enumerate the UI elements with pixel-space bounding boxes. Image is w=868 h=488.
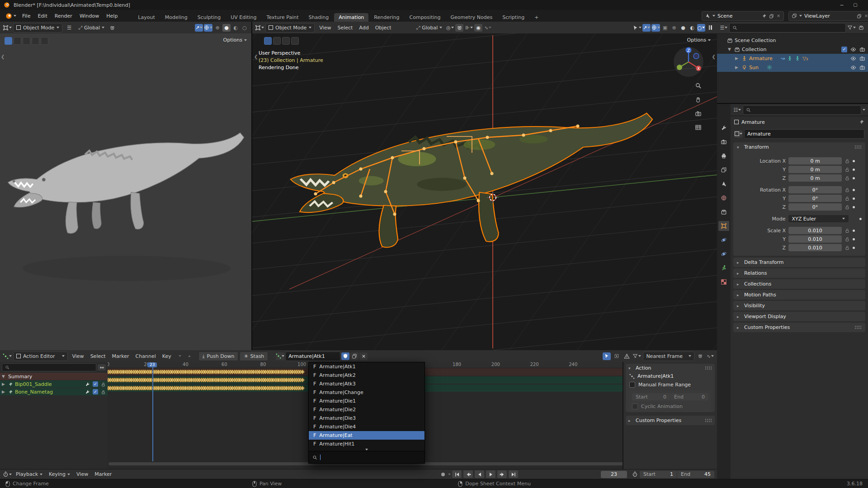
workspace-tab-scripting[interactable]: Scripting <box>498 13 529 22</box>
cyclic-animation-checkbox[interactable]: Cyclic Animation <box>632 404 708 409</box>
value-field-z[interactable]: 0 m <box>788 174 842 182</box>
new-collection-button[interactable] <box>857 24 865 32</box>
dope-menu-channel[interactable]: Channel <box>132 352 159 360</box>
tool-rotate[interactable] <box>291 37 299 45</box>
panel-grip[interactable] <box>854 145 862 149</box>
pin-icon[interactable] <box>762 14 767 19</box>
snap-magnet-icon[interactable] <box>455 24 463 32</box>
play-button[interactable] <box>486 470 496 479</box>
channel-summary[interactable]: ▼Summary <box>0 373 108 380</box>
workspace-tab-animation[interactable]: Animation <box>334 13 368 22</box>
expander-icon[interactable]: ▼ <box>2 374 6 379</box>
disable-render-camera-toggle[interactable] <box>859 47 865 52</box>
tool-cursor[interactable] <box>273 37 281 45</box>
properties-tab-tool[interactable] <box>718 123 729 133</box>
animate-dot[interactable] <box>853 197 855 200</box>
push-down-button[interactable]: ⤓Push Down <box>198 352 239 361</box>
transform-orientation[interactable]: ⤢Global <box>76 25 107 31</box>
panel-header-relations[interactable]: ▸Relations <box>733 268 865 278</box>
shading-material-button[interactable]: ◐ <box>688 24 696 32</box>
animate-dot[interactable] <box>853 160 855 162</box>
properties-tab-constraints[interactable] <box>718 249 729 259</box>
snap-magnet-icon[interactable] <box>108 24 116 32</box>
timeline-menu-view[interactable]: View <box>73 470 91 478</box>
copy-icon[interactable] <box>857 14 862 19</box>
proportional-edit-icon[interactable]: ∿ <box>706 352 714 360</box>
properties-tab-object[interactable] <box>718 221 729 231</box>
exclude-checkbox[interactable]: ✓ <box>841 47 847 52</box>
maximize-button[interactable]: ▢ <box>853 2 857 8</box>
workspace-tab-layout[interactable]: Layout <box>133 13 159 22</box>
properties-filter-caret[interactable] <box>863 109 865 111</box>
shading-material-button[interactable]: ◐ <box>231 24 240 32</box>
lock-icon[interactable] <box>844 236 850 242</box>
value-field-scale-x[interactable]: 0.010 <box>788 227 842 234</box>
properties-tab-output[interactable] <box>718 151 729 161</box>
frame-end-field[interactable]: End45 <box>677 471 714 478</box>
menu-file[interactable]: File <box>19 12 33 20</box>
editor-type-button[interactable] <box>3 24 12 32</box>
dropdown-item-armature-change[interactable]: FArmature|Change <box>309 388 425 397</box>
tool-move[interactable] <box>282 37 290 45</box>
panel-header-motion-paths[interactable]: ▸Motion Paths <box>733 290 865 300</box>
move-channel-up-disabled[interactable] <box>185 352 193 360</box>
properties-search-input[interactable] <box>743 105 861 115</box>
workspace-tab-sculpting[interactable]: Sculpting <box>193 13 225 22</box>
show-gizmo-toggle[interactable]: ↗ <box>195 24 203 32</box>
value-field-y[interactable]: 0 m <box>788 166 842 173</box>
filters-funnel-button[interactable] <box>632 352 641 360</box>
channel-bone-nametag[interactable]: ▶Bone_Nametag✓ <box>0 388 108 395</box>
stash-button[interactable]: ✳Stash <box>240 352 268 361</box>
action-end-field[interactable]: End0 <box>670 393 708 400</box>
outliner-row-collection[interactable]: ▼Collection✓ <box>717 45 868 54</box>
hide-eye-toggle[interactable] <box>850 56 856 61</box>
animate-dot[interactable] <box>853 230 855 232</box>
transform-orientation[interactable]: ⤢Global <box>414 25 444 31</box>
panel-header-viewport-display[interactable]: ▸Viewport Display <box>733 312 865 321</box>
dropdown-item-armature-atk2[interactable]: FArmature|Atk2 <box>309 371 425 380</box>
properties-tab-render[interactable] <box>718 137 729 147</box>
panel-motion-paths[interactable]: ▸Motion Paths <box>733 290 865 300</box>
workspace-tab-rendering[interactable]: Rendering <box>369 13 404 22</box>
expander-icon[interactable]: ▶ <box>2 389 6 394</box>
panel-header-collections[interactable]: ▸Collections <box>733 279 865 289</box>
dope-menu-view[interactable]: View <box>69 352 87 360</box>
close-icon[interactable] <box>776 14 781 18</box>
hide-eye-toggle[interactable] <box>850 65 856 70</box>
shading-solid-button[interactable]: ● <box>222 24 231 32</box>
current-frame-badge[interactable]: 23 <box>147 362 157 367</box>
dropdown-item-armature-atk1[interactable]: FArmature|Atk1 <box>309 362 425 371</box>
pin-icon[interactable] <box>859 119 864 125</box>
animate-dot[interactable] <box>859 218 862 220</box>
active-tool-select-box[interactable] <box>264 37 272 45</box>
move-channel-down-disabled[interactable] <box>176 352 184 360</box>
menu-edit[interactable]: Edit <box>34 12 50 20</box>
value-field-rotation-x[interactable]: 0° <box>788 186 842 193</box>
jump-to-start-button[interactable] <box>452 470 462 479</box>
dope-menu-marker[interactable]: Marker <box>109 352 132 360</box>
shading-rendered-button[interactable]: ○ <box>697 24 705 32</box>
viewport-menu-add[interactable]: Add <box>356 24 372 32</box>
dropdown-item-armature-die1[interactable]: FArmature|Die1 <box>309 397 425 405</box>
shading-rendered-button[interactable]: ○ <box>241 24 249 32</box>
outliner-row-scene-collection[interactable]: Scene Collection <box>717 36 868 45</box>
keying-dropdown-caret[interactable] <box>448 474 451 475</box>
dope-menu-select[interactable]: Select <box>87 352 109 360</box>
crocodile-model-solid[interactable] <box>0 33 251 350</box>
pivot-point-button[interactable]: ◎ <box>446 24 454 32</box>
dropdown-search[interactable] <box>309 451 425 463</box>
current-frame-field[interactable]: 23 <box>601 471 627 478</box>
lock-icon[interactable] <box>844 204 850 210</box>
animate-dot[interactable] <box>853 206 855 208</box>
panel-collections[interactable]: ▸Collections <box>733 279 865 289</box>
properties-tab-texture[interactable] <box>718 277 729 287</box>
panel-grip[interactable] <box>854 325 862 329</box>
properties-icon[interactable]: ☷ <box>733 106 741 114</box>
outliner-row-sun[interactable]: ▶Sun <box>717 63 868 72</box>
camera-view-icon[interactable] <box>695 110 702 117</box>
shading-solid-button[interactable]: ● <box>679 24 687 32</box>
unlink-action-button[interactable] <box>359 352 368 360</box>
channel-search-input[interactable] <box>2 363 96 371</box>
navigation-gizmo[interactable]: Z X <box>673 46 704 78</box>
lock-icon[interactable] <box>844 196 850 201</box>
